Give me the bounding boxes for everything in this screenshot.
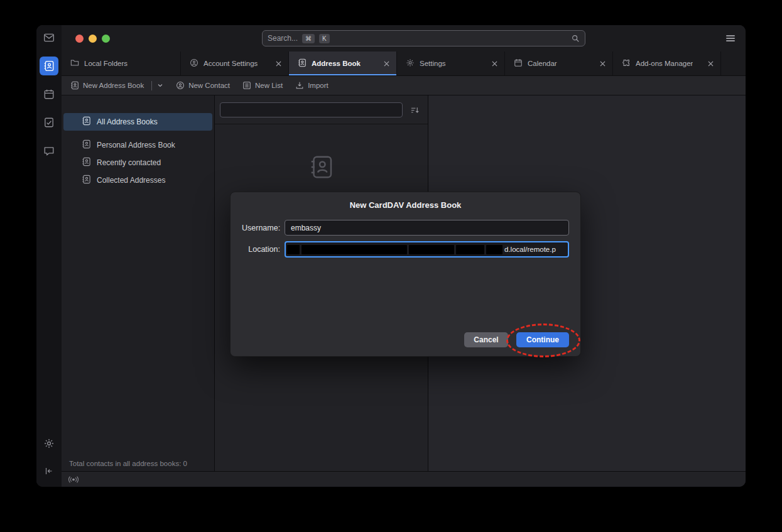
address-book-icon <box>43 60 55 72</box>
new-address-book-button[interactable]: New Address Book <box>70 81 163 90</box>
titlebar: Search... ⌘ K <box>62 25 746 52</box>
cancel-button[interactable]: Cancel <box>464 332 508 347</box>
tab-label: Local Folders <box>84 60 128 67</box>
redaction-bar <box>456 245 484 254</box>
new-list-icon <box>242 81 251 90</box>
dialog-buttons: Cancel Continue <box>464 332 569 347</box>
chat-icon <box>43 145 55 156</box>
close-tab-icon[interactable] <box>705 58 715 68</box>
continue-button[interactable]: Continue <box>516 332 569 347</box>
zoom-window-button[interactable] <box>102 35 110 43</box>
search-icon <box>571 34 580 43</box>
username-label: Username: <box>242 224 285 232</box>
cmd-keycap: ⌘ <box>302 34 315 43</box>
tab-label: Account Settings <box>204 60 258 67</box>
tab-local-folders[interactable]: Local Folders <box>62 52 181 75</box>
k-keycap: K <box>319 34 330 43</box>
mail-space-button[interactable] <box>40 28 58 47</box>
list-item-label: Recently contacted <box>97 158 161 167</box>
tab-address-book[interactable]: Address Book <box>289 52 397 75</box>
tasks-space-button[interactable] <box>40 113 58 132</box>
search-placeholder: Search... <box>268 34 298 43</box>
address-book-toolbar: New Address Book New Contact New List <box>62 75 746 95</box>
chevron-down-icon[interactable] <box>157 82 163 89</box>
redaction-bar <box>409 245 454 254</box>
address-books-panel: All Address Books Personal Address Book … <box>62 95 215 471</box>
address-book-space-button[interactable] <box>40 57 58 75</box>
list-item-label: Personal Address Book <box>97 141 175 149</box>
tab-label: Calendar <box>528 60 557 67</box>
address-book-icon <box>298 58 307 68</box>
collapse-rail-icon <box>44 466 54 476</box>
redaction-bar <box>301 245 407 254</box>
tab-settings[interactable]: Settings <box>397 52 505 75</box>
address-book-icon <box>82 139 91 151</box>
calendar-icon <box>43 89 55 100</box>
list-item-collected-addresses[interactable]: Collected Addresses <box>63 171 212 189</box>
list-item-recently-contacted[interactable]: Recently contacted <box>63 154 212 171</box>
new-contact-icon <box>176 81 185 90</box>
list-item-label: Collected Addresses <box>97 176 165 185</box>
calendar-space-button[interactable] <box>40 85 58 104</box>
rail-settings-button[interactable] <box>40 434 58 453</box>
import-button[interactable]: Import <box>295 81 329 90</box>
display-options-icon[interactable] <box>408 103 421 117</box>
list-item-all-address-books[interactable]: All Address Books <box>63 113 212 131</box>
list-item-label: All Address Books <box>97 117 158 126</box>
puzzle-icon <box>622 58 631 68</box>
tab-calendar[interactable]: Calendar <box>505 52 613 75</box>
location-label: Location: <box>242 245 285 254</box>
new-contact-button[interactable]: New Contact <box>176 81 230 90</box>
global-search-bar[interactable]: Search... ⌘ K <box>262 30 585 46</box>
close-tab-icon[interactable] <box>489 58 499 68</box>
new-list-button[interactable]: New List <box>242 81 283 90</box>
tab-account-settings[interactable]: Account Settings <box>181 52 289 75</box>
minimize-window-button[interactable] <box>89 35 97 43</box>
folder-icon <box>70 58 79 68</box>
broadcast-icon <box>68 475 79 484</box>
spaces-rail <box>36 25 62 487</box>
username-row: Username: <box>231 220 580 236</box>
settings-gear-icon <box>43 438 55 449</box>
location-visible-text: d.local/remote.p <box>504 246 556 253</box>
window-controls <box>75 35 110 43</box>
tab-label: Address Book <box>312 60 361 67</box>
redaction-bar <box>287 245 300 254</box>
location-field[interactable]: d.local/remote.p <box>285 241 569 258</box>
new-address-book-icon <box>70 81 79 90</box>
mail-icon <box>43 32 55 43</box>
address-book-icon <box>82 116 91 128</box>
contacts-search-input[interactable] <box>220 102 403 117</box>
tab-label: Add-ons Manager <box>636 60 693 67</box>
account-icon <box>190 58 198 68</box>
new-address-book-label: New Address Book <box>83 82 144 89</box>
close-tab-icon[interactable] <box>381 58 391 68</box>
total-contacts-status: Total contacts in all address books: 0 <box>69 460 187 467</box>
tab-addons-manager[interactable]: Add-ons Manager <box>613 52 721 75</box>
close-tab-icon[interactable] <box>597 58 607 68</box>
new-carddav-dialog: New CardDAV Address Book Username: Locat… <box>230 192 581 357</box>
location-row: Location: d.local/remote.p <box>231 241 580 258</box>
username-field[interactable] <box>285 220 569 236</box>
address-book-icon <box>82 175 91 186</box>
rail-collapse-button[interactable] <box>40 462 58 480</box>
app-menu-button[interactable] <box>724 33 737 44</box>
address-book-icon <box>82 157 91 168</box>
list-item-personal-address-book[interactable]: Personal Address Book <box>63 136 212 154</box>
new-contact-label: New Contact <box>188 82 230 89</box>
tasks-icon <box>43 117 55 128</box>
contacts-search-row <box>215 95 428 124</box>
chat-space-button[interactable] <box>40 141 58 160</box>
close-window-button[interactable] <box>75 35 84 43</box>
dialog-title: New CardDAV Address Book <box>231 192 580 210</box>
import-icon <box>295 81 304 90</box>
gear-icon <box>406 58 415 68</box>
import-label: Import <box>308 82 329 89</box>
status-bar <box>62 471 746 487</box>
close-tab-icon[interactable] <box>273 58 283 68</box>
tab-bar: Local Folders Account Settings Address B… <box>62 52 746 75</box>
calendar-icon <box>514 58 523 68</box>
tab-label: Settings <box>420 60 446 67</box>
new-list-label: New List <box>255 82 283 89</box>
toolbar-separator <box>151 81 152 90</box>
